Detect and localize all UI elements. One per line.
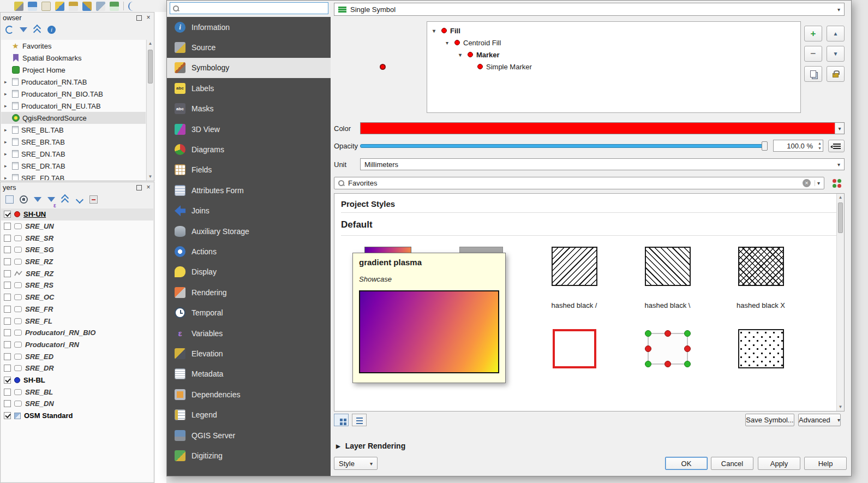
layer-checkbox[interactable] [4, 377, 11, 384]
layer-row[interactable]: SRE_RS [1, 279, 153, 291]
layer-checkbox[interactable] [4, 306, 11, 313]
style-item-dots[interactable] [714, 329, 807, 368]
help-button[interactable]: Help [804, 457, 847, 470]
expander-icon[interactable] [4, 127, 9, 133]
tab-elevation[interactable]: Elevation [167, 343, 331, 363]
layer-checkbox[interactable] [4, 294, 11, 301]
dot-pattern-swatch[interactable] [738, 329, 784, 368]
manage-map-themes-icon[interactable] [20, 195, 28, 204]
expander-icon[interactable] [4, 163, 9, 169]
collapse-all-icon[interactable] [33, 26, 41, 34]
style-manager-button[interactable] [829, 176, 845, 189]
layer-row[interactable]: SRE_SG [1, 244, 153, 256]
layer-rendering-section[interactable]: Layer Rendering [336, 442, 405, 450]
tab-information[interactable]: Information [167, 17, 331, 37]
expander-icon[interactable] [4, 139, 9, 145]
chevron-down-icon[interactable] [433, 28, 438, 34]
expander-icon[interactable] [4, 91, 9, 97]
tab-masks[interactable]: Masks [167, 99, 331, 119]
tab-dependencies[interactable]: Dependencies [167, 384, 331, 404]
statistics-icon[interactable] [28, 2, 37, 11]
style-search-box[interactable]: Favorites [334, 177, 824, 189]
tab-auxiliary-storage[interactable]: Auxiliary Storage [167, 221, 331, 241]
layer-checkbox[interactable] [4, 235, 11, 242]
color-swatch-button[interactable] [360, 122, 845, 134]
unit-combobox[interactable]: Millimeters [360, 158, 845, 170]
layer-checkbox[interactable] [4, 246, 11, 253]
move-down-button[interactable] [827, 46, 845, 62]
browser-item[interactable]: SRE_FD.TAB [1, 172, 146, 180]
add-symbol-layer-button[interactable] [804, 26, 822, 41]
float-panel-icon[interactable] [136, 185, 142, 190]
scroll-up-icon[interactable] [837, 194, 844, 201]
layer-checkbox[interactable] [4, 270, 11, 277]
tab-labels[interactable]: Labels [167, 78, 331, 98]
pin-labels-icon[interactable] [55, 2, 64, 11]
style-item-vertex-markers[interactable] [621, 329, 714, 368]
scrollbar-thumb[interactable] [838, 202, 843, 233]
style-item-red-outline[interactable] [528, 329, 621, 368]
layer-checkbox[interactable] [4, 365, 11, 372]
symbol-tree-item-fill[interactable]: Fill [427, 25, 800, 37]
layer-row[interactable]: SRE_OC [1, 291, 153, 303]
layer-checkbox[interactable] [4, 258, 11, 265]
scroll-down-icon[interactable] [837, 403, 844, 411]
opacity-slider[interactable] [360, 140, 768, 151]
data-defined-override-button[interactable] [828, 140, 845, 152]
browser-item[interactable]: Producatori_RN_BIO.TAB [1, 88, 146, 100]
browser-item[interactable]: SRE_BR.TAB [1, 136, 146, 148]
hatch-backward-swatch[interactable] [645, 247, 691, 286]
move-up-button[interactable] [827, 26, 845, 41]
tab-metadata[interactable]: Metadata [167, 364, 331, 384]
browser-item[interactable]: Producatori_RN_EU.TAB [1, 100, 146, 112]
change-label-icon[interactable] [110, 2, 119, 11]
renderer-combobox[interactable]: Single Symbol [334, 3, 845, 16]
clear-search-icon[interactable] [803, 179, 811, 187]
apply-button[interactable]: Apply [758, 457, 800, 470]
browser-item[interactable]: SRE_BL.TAB [1, 124, 146, 136]
tab-temporal[interactable]: Temporal [167, 302, 331, 323]
slider-handle[interactable] [762, 141, 768, 151]
layer-checkbox[interactable] [4, 341, 11, 348]
layer-checkbox[interactable] [4, 412, 11, 419]
layer-row[interactable]: SRE_UN [1, 220, 153, 232]
layer-row[interactable]: SRE_BL [1, 386, 153, 398]
advanced-button[interactable]: Advanced [798, 414, 841, 426]
browser-item[interactable]: Project Home [1, 64, 146, 76]
layer-row[interactable]: SRE_FR [1, 303, 153, 315]
tab-qgis-server[interactable]: QGIS Server [167, 425, 331, 445]
layer-row[interactable]: SRE_ED [1, 350, 153, 362]
browser-item[interactable]: SRE_DN.TAB [1, 148, 146, 160]
expander-icon[interactable] [4, 151, 9, 157]
tab-actions[interactable]: Actions [167, 241, 331, 261]
browser-item-selected[interactable]: QgisRednordSource [1, 112, 146, 124]
properties-icon[interactable] [47, 26, 56, 34]
tab-display[interactable]: Display [167, 262, 331, 282]
layer-row[interactable]: Producatori_RN_BIO [1, 327, 153, 339]
expander-icon[interactable] [4, 79, 9, 85]
filter-browser-icon[interactable] [20, 27, 27, 32]
layer-checkbox[interactable] [4, 211, 11, 218]
browser-item[interactable]: SRE_DR.TAB [1, 160, 146, 172]
tab-3d-view[interactable]: 3D View [167, 119, 331, 139]
move-label-icon[interactable] [82, 2, 92, 11]
layer-row[interactable]: SRE_SR [1, 232, 153, 244]
browser-scrollbar[interactable] [146, 40, 154, 181]
remove-layer-icon[interactable] [89, 195, 98, 204]
layer-row[interactable]: SRE_RZ [1, 267, 153, 279]
style-item-hashed-black-x[interactable]: hashed black X [714, 247, 807, 312]
chevron-right-icon[interactable] [336, 443, 340, 449]
symbol-tree-item-marker[interactable]: Marker [427, 49, 800, 61]
layer-row[interactable]: SRE_RZ [1, 256, 153, 268]
list-view-button[interactable] [352, 414, 367, 426]
cancel-button[interactable]: Cancel [711, 457, 753, 470]
tab-variables[interactable]: Variables [167, 323, 331, 343]
map-canvas[interactable] [155, 12, 166, 483]
spin-arrows-icon[interactable]: ▲▼ [818, 141, 822, 151]
symbol-tree-item-simple-marker[interactable]: Simple Marker [427, 61, 800, 73]
rotate-label-icon[interactable] [96, 2, 105, 11]
style-item-hashed-black-back[interactable]: hashed black \ [621, 247, 714, 312]
layer-checkbox[interactable] [4, 282, 11, 289]
tab-filter-input[interactable] [182, 4, 325, 13]
tab-legend[interactable]: Legend [167, 404, 331, 425]
